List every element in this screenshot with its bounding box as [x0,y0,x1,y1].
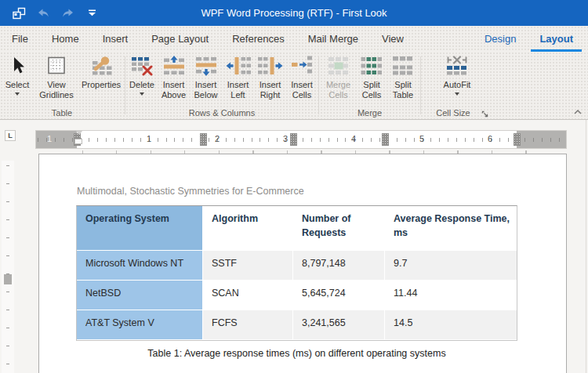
insert-right-button[interactable]: Insert Right [254,52,286,100]
app-window-icon[interactable] [10,5,27,21]
ruler-number: 2 [215,134,220,143]
select-icon [6,56,28,78]
select-button[interactable]: Select [0,52,34,100]
properties-button[interactable]: Properties [78,52,124,100]
cell-response-time[interactable]: 9.7 [385,251,517,281]
table-row: AT&T System V FCFS 3,241,565 14.5 [77,310,517,340]
ribbon-tab-row: File Home Insert Page Layout References … [0,26,588,52]
scrollbar-track-edge [586,120,586,373]
autofit-label: AutoFit [444,80,471,90]
table-row: Microsoft Windows NT SSTF 8,797,148 9.7 [77,251,517,281]
tab-view[interactable]: View [370,26,416,52]
delete-button[interactable]: Delete [126,52,158,100]
cell-requests[interactable]: 3,241,565 [293,310,385,340]
table-column-marker[interactable] [200,133,207,146]
select-label: Select [5,80,30,90]
group-label-table: Table [0,108,124,118]
cell-size-dialog-launcher-icon[interactable] [481,107,491,117]
autofit-button[interactable]: AutoFit [435,52,479,96]
vertical-ruler-ticks [6,165,9,370]
insert-above-button[interactable]: Insert Above [158,52,190,100]
table-header-row: Operating System Algorithm Number of Req… [77,206,517,251]
table-row-marker[interactable] [4,274,12,284]
table-column-marker[interactable] [514,133,521,146]
select-caret-icon [15,92,20,96]
cell-os[interactable]: AT&T System V [77,310,203,340]
cell-response-time[interactable]: 11.44 [385,281,517,310]
insert-left-button[interactable]: Insert Left [222,52,254,100]
left-indent-marker[interactable] [74,139,82,144]
first-line-indent-marker[interactable] [75,130,83,135]
title-bar: WPF Word Processing (RTF) - First Look [0,0,588,26]
insert-below-icon [194,56,218,78]
properties-label: Properties [82,80,121,90]
header-cell-number-of-requests[interactable]: Number of Requests [293,206,385,251]
ribbon-group-rows-columns: Delete Insert Above [126,52,318,119]
split-cells-button[interactable]: Split Cells [356,52,387,100]
tab-insert[interactable]: Insert [91,26,140,52]
undo-icon[interactable] [34,5,52,21]
collapse-ribbon-icon[interactable] [572,105,583,114]
delete-table-icon [130,56,154,78]
tab-layout[interactable]: Layout [528,26,585,52]
cell-response-time[interactable]: 14.5 [385,310,517,340]
group-label-merge: Merge [320,108,419,118]
cell-algorithm[interactable]: SSTF [203,251,293,281]
quick-access-toolbar [0,5,100,21]
insert-below-button[interactable]: Insert Below [190,52,222,100]
tab-page-layout[interactable]: Page Layout [140,26,220,52]
insert-above-icon [162,56,186,78]
document-workspace: L 1 1 2 3 4 5 6 Multimodal, Stochastic S… [0,120,588,373]
insert-cells-button[interactable]: Insert Cells [286,52,318,100]
split-cells-icon [360,56,383,78]
tab-references[interactable]: References [220,26,296,52]
ruler-number: 1 [47,134,52,143]
cell-os[interactable]: NetBSD [77,281,203,310]
cell-requests[interactable]: 8,797,148 [293,251,385,281]
insert-left-label: Insert Left [222,80,254,100]
insert-cells-icon [290,56,314,78]
tab-stop-glyph: L [8,132,13,139]
split-table-button[interactable]: Split Table [387,52,419,100]
cell-requests[interactable]: 5,645,724 [293,281,385,310]
table-caption[interactable]: Table 1: Average response times (ms) on … [76,348,517,359]
autofit-icon [445,56,469,78]
ribbon: Select View Gridlines [0,52,588,120]
tab-file[interactable]: File [0,26,40,52]
tab-mail-merge[interactable]: Mail Merge [296,26,370,52]
insert-right-icon [258,56,283,78]
tab-design[interactable]: Design [473,26,528,52]
ribbon-group-cell-size: AutoFit Cell Size [422,52,492,119]
document-title[interactable]: Multimodal, Stochastic Symmetries for E-… [77,186,304,197]
split-cells-label: Split Cells [356,80,387,100]
view-gridlines-label: View Gridlines [34,80,78,100]
horizontal-ruler[interactable]: 1 1 2 3 4 5 6 [35,130,567,149]
qat-dropdown-icon[interactable] [83,5,100,21]
delete-label: Delete [129,80,154,90]
tab-stop-selector[interactable]: L [5,130,16,141]
cell-algorithm[interactable]: FCFS [203,310,293,340]
header-cell-avg-response-time[interactable]: Average Response Time, ms [385,206,517,251]
vertical-ruler[interactable] [2,161,14,373]
insert-below-label: Insert Below [190,80,222,100]
ribbon-group-table: Select View Gridlines [0,52,124,119]
insert-above-label: Insert Above [158,80,190,100]
properties-icon [89,56,113,78]
table-column-marker[interactable] [382,133,389,146]
merge-cells-button[interactable]: Merge Cells [321,52,356,100]
ruler-ticks [38,138,564,142]
header-cell-algorithm[interactable]: Algorithm [203,206,293,251]
split-table-icon [391,56,415,78]
view-gridlines-button[interactable]: View Gridlines [34,52,78,100]
view-gridlines-icon [45,56,67,78]
table-column-marker[interactable] [290,133,297,146]
cell-algorithm[interactable]: SCAN [203,281,293,310]
document-page[interactable]: Multimodal, Stochastic Symmetries for E-… [38,154,567,373]
ruler-number: 3 [283,134,288,143]
delete-caret-icon [140,92,144,96]
header-cell-operating-system[interactable]: Operating System [77,206,203,251]
tab-home[interactable]: Home [40,26,91,52]
redo-icon[interactable] [59,5,76,21]
cell-os[interactable]: Microsoft Windows NT [77,251,203,281]
insert-right-label: Insert Right [254,80,286,100]
